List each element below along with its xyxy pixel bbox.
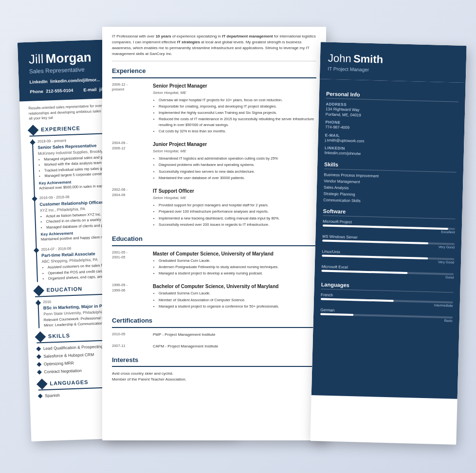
mid-job-3: 2002-08 - 2004-09 IT Support Officer Set… — [112, 187, 316, 228]
sw-2: MS Windows Server Very Good — [322, 234, 455, 249]
right-last-name: Smith — [353, 53, 384, 66]
mid-cert-1: 2010-05 PMP - Project Management Institu… — [112, 332, 316, 338]
left-first-name: Jill — [29, 52, 44, 67]
lang-french: French Intermediate — [321, 292, 454, 307]
right-software-title: Software — [323, 208, 455, 219]
mid-cert-2: 2007-11 CAPM - Project Management Instit… — [112, 344, 316, 349]
right-software-list: Microsoft Project Excellent MS Windows S… — [321, 219, 455, 279]
dot-2 — [32, 196, 37, 201]
right-phone: Phone 774-987-4009 — [325, 120, 458, 133]
resume-john-smith: John Smith IT Project Manager Personal I… — [310, 42, 466, 445]
sw-1: Microsoft Project Excellent — [323, 219, 456, 234]
right-skills-list: Business Process Improvement Vendor Mana… — [323, 172, 457, 205]
right-lang-title: Languages — [321, 281, 453, 292]
skills-icon — [35, 331, 46, 343]
right-header: John Smith IT Project Manager — [320, 42, 467, 83]
mid-summary: IT Professional with over 10 years of ex… — [112, 34, 316, 61]
mid-edu-2: 1996-09 - 1999-06 Bachelor of Computer S… — [112, 283, 316, 310]
mid-cert-title: Certifications — [112, 316, 316, 328]
left-last-name: Morgan — [45, 50, 92, 66]
mid-edu-1: 2001-05 - 2001-05 Master of Computer Sci… — [112, 250, 316, 277]
mid-body: IT Professional with over 10 years of ex… — [102, 27, 326, 389]
right-personal-title: Personal Info — [326, 91, 458, 102]
mid-job-1: 2006-12 - present Senior Project Manager… — [112, 82, 316, 135]
edu-dot-1 — [36, 300, 41, 305]
right-name: John Smith — [328, 52, 459, 68]
resume-mid: IT Professional with over 10 years of ex… — [102, 27, 326, 440]
mid-job-2: 2004-09 - 2006-12 Junior Project Manager… — [112, 141, 316, 182]
dot-1 — [30, 139, 35, 145]
right-lang-list: French Intermediate German Basic — [320, 292, 453, 322]
mid-interests: Avid cross country skier and cyclist. Me… — [112, 371, 316, 382]
sw-4: Microsoft Excel Good — [321, 264, 454, 279]
mid-edu-title: Education — [112, 234, 316, 246]
right-skills-title: Skills — [324, 161, 457, 172]
lang-icon — [37, 378, 48, 389]
right-email: E-mail j.smith@uptowork.com — [325, 133, 457, 146]
lang-german: German Basic — [320, 308, 453, 322]
mid-exp-title: Experience — [112, 66, 316, 78]
right-first-name: John — [328, 52, 351, 65]
mid-interests-title: Interests — [112, 355, 316, 367]
right-linkedin: LinkedIn linkedin.com/johnutw — [325, 146, 457, 159]
right-address: Address 134 Rightward WayPortland, ME, 0… — [326, 102, 458, 121]
exp-icon — [28, 125, 39, 136]
left-linkedin: LinkedIn linkedin.com/in/jillmor... — [29, 77, 101, 85]
right-sidebar: Personal Info Address 134 Rightward WayP… — [311, 79, 466, 399]
dot-3 — [34, 248, 39, 253]
sw-3: Linux/Unix Very Good — [322, 249, 455, 264]
edu-icon — [33, 285, 44, 296]
left-phone: Phone 212-555-0104 — [30, 88, 74, 94]
